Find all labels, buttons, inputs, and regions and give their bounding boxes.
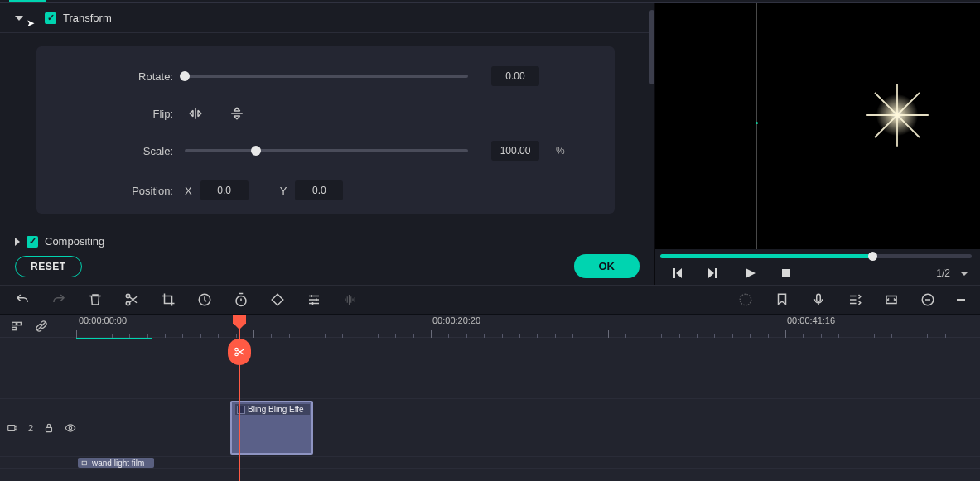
timeline: 00:00:00:00 00:00:20:20 00:00:41:16 2 bbox=[0, 315, 980, 481]
track-row: wand light film bbox=[0, 457, 980, 469]
ruler-label: 00:00:41:16 bbox=[787, 315, 835, 325]
link-icon[interactable] bbox=[35, 320, 48, 333]
lock-icon[interactable] bbox=[43, 422, 55, 434]
transform-title: Transform bbox=[63, 12, 112, 24]
position-label: Position: bbox=[36, 185, 173, 197]
x-label: X bbox=[185, 185, 192, 197]
svg-point-21 bbox=[69, 426, 71, 429]
duration-icon[interactable] bbox=[234, 292, 249, 307]
step-forward-icon[interactable] bbox=[707, 267, 720, 280]
position-x-input[interactable] bbox=[200, 180, 249, 200]
speed-icon[interactable] bbox=[197, 292, 212, 307]
svg-point-6 bbox=[126, 294, 130, 298]
timeline-clip[interactable]: wand light film bbox=[78, 458, 154, 468]
color-icon[interactable] bbox=[270, 292, 285, 307]
guide-vertical bbox=[756, 3, 757, 249]
timeline-clip[interactable]: Bling Bling Effe bbox=[230, 401, 313, 455]
svg-rect-11 bbox=[817, 294, 821, 301]
crop-icon[interactable] bbox=[161, 292, 176, 307]
svg-rect-15 bbox=[17, 322, 22, 325]
panel-scrollbar[interactable] bbox=[649, 10, 654, 252]
mixer-icon[interactable] bbox=[847, 292, 862, 307]
mouse-cursor-icon: ➤ bbox=[27, 17, 35, 29]
record-vo-icon[interactable] bbox=[811, 292, 826, 307]
svg-point-17 bbox=[235, 348, 239, 351]
rotate-input[interactable] bbox=[491, 66, 539, 86]
timeline-options-icon[interactable] bbox=[10, 320, 23, 333]
compositing-checkbox[interactable] bbox=[27, 236, 38, 248]
step-back-icon[interactable] bbox=[670, 267, 683, 280]
video-track-icon bbox=[7, 422, 18, 434]
svg-point-18 bbox=[235, 353, 239, 356]
svg-point-10 bbox=[740, 294, 751, 305]
scale-input[interactable] bbox=[491, 141, 539, 161]
delete-icon[interactable] bbox=[88, 292, 103, 307]
svg-rect-14 bbox=[12, 322, 17, 325]
transform-section-header[interactable]: ➤ Transform bbox=[0, 3, 651, 33]
track-spacer bbox=[0, 338, 980, 399]
star-glow-graphic bbox=[860, 78, 934, 152]
track-row: 2 Bling Bling Effe bbox=[0, 399, 980, 457]
stop-icon[interactable] bbox=[780, 267, 793, 280]
zoom-slider[interactable] bbox=[957, 299, 965, 301]
frame-indicator: 1/2 bbox=[936, 267, 950, 279]
transform-body: Rotate: Flip: Scale: bbox=[36, 46, 615, 214]
timeline-toolbar bbox=[0, 285, 980, 315]
visibility-icon[interactable] bbox=[65, 422, 76, 434]
ruler-label: 00:00:20:20 bbox=[432, 315, 480, 325]
ruler-label: 00:00:00:00 bbox=[79, 315, 127, 325]
render-icon[interactable] bbox=[738, 292, 753, 307]
properties-panel: ➤ Transform Rotate: Flip: bbox=[0, 3, 654, 285]
marker-icon[interactable] bbox=[775, 292, 789, 307]
compositing-section-header[interactable]: Compositing bbox=[0, 227, 651, 249]
position-y-input[interactable] bbox=[295, 180, 343, 200]
preview-panel: 1/2 bbox=[654, 3, 980, 285]
playhead[interactable] bbox=[239, 315, 240, 481]
split-icon[interactable] bbox=[124, 292, 139, 307]
track-number: 2 bbox=[28, 423, 33, 433]
preview-progress-slider[interactable] bbox=[660, 254, 972, 258]
transform-checkbox[interactable] bbox=[45, 12, 56, 24]
frame-dropdown-icon[interactable] bbox=[960, 272, 968, 276]
preview-viewport[interactable] bbox=[655, 3, 980, 249]
undo-icon[interactable] bbox=[15, 292, 30, 307]
caret-right-icon[interactable] bbox=[15, 238, 20, 246]
play-icon[interactable] bbox=[743, 267, 756, 280]
redo-icon[interactable] bbox=[51, 292, 66, 307]
ok-button[interactable]: OK bbox=[574, 254, 640, 278]
svg-rect-20 bbox=[46, 427, 52, 431]
fit-icon[interactable] bbox=[884, 292, 899, 307]
cut-tool-icon[interactable] bbox=[228, 339, 251, 365]
svg-rect-16 bbox=[12, 327, 17, 329]
scale-slider[interactable] bbox=[185, 149, 468, 152]
scale-label: Scale: bbox=[36, 145, 173, 157]
guide-center-dot bbox=[756, 122, 758, 124]
svg-rect-19 bbox=[8, 425, 15, 430]
svg-point-7 bbox=[126, 301, 130, 305]
rotate-slider[interactable] bbox=[185, 75, 468, 78]
adjust-icon[interactable] bbox=[307, 292, 321, 307]
audio-icon[interactable] bbox=[343, 292, 358, 307]
caret-down-icon[interactable] bbox=[15, 16, 23, 21]
y-label: Y bbox=[280, 185, 287, 197]
timeline-ruler[interactable]: 00:00:00:00 00:00:20:20 00:00:41:16 bbox=[76, 315, 980, 338]
svg-rect-22 bbox=[82, 461, 86, 465]
zoom-out-icon[interactable] bbox=[920, 292, 935, 307]
reset-button[interactable]: RESET bbox=[15, 256, 82, 277]
svg-rect-5 bbox=[782, 269, 790, 277]
rotate-label: Rotate: bbox=[36, 70, 173, 83]
flip-horizontal-icon[interactable] bbox=[188, 106, 203, 121]
flip-vertical-icon[interactable] bbox=[229, 106, 244, 121]
scale-unit: % bbox=[556, 145, 565, 156]
flip-label: Flip: bbox=[36, 108, 173, 120]
compositing-title: Compositing bbox=[45, 235, 104, 248]
